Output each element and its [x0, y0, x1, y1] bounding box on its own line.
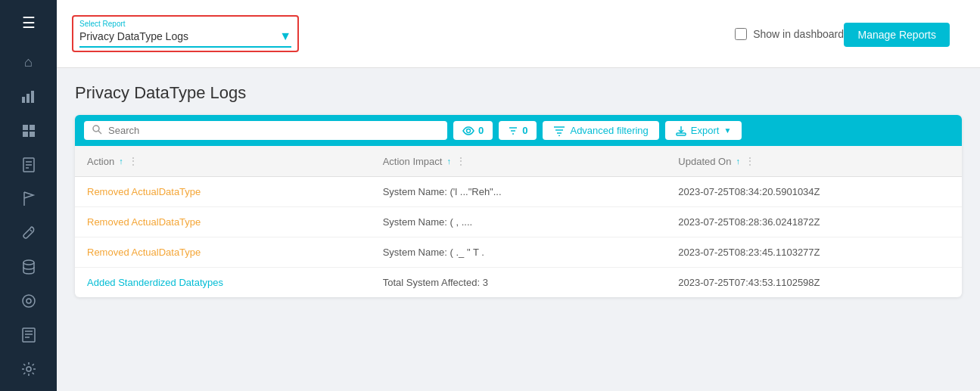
main-content: Select Report Privacy DataType Logs ▼ Sh…: [57, 0, 980, 391]
cell-updated: 2023-07-25T08:23:45.1103277Z: [666, 237, 962, 268]
report-icon[interactable]: [14, 320, 44, 349]
document-icon[interactable]: [14, 150, 44, 179]
eye-filter-button[interactable]: 0: [453, 121, 493, 140]
page-title: Privacy DataType Logs: [75, 83, 962, 103]
svg-rect-16: [23, 328, 35, 342]
cell-impact: System Name: ( ._ " T .: [371, 237, 667, 268]
wrench-icon[interactable]: [14, 218, 44, 247]
show-dashboard-label: Show in dashboard: [753, 28, 844, 40]
cell-action: Removed ActualDataType: [75, 207, 371, 237]
selected-report-value: Privacy DataType Logs: [79, 30, 188, 42]
database-icon[interactable]: [14, 252, 44, 281]
export-dropdown-arrow-icon: ▼: [723, 126, 731, 135]
svg-line-12: [30, 230, 32, 231]
svg-line-22: [98, 131, 101, 134]
cell-updated: 2023-07-25T08:34:20.5901034Z: [666, 177, 962, 207]
svg-point-23: [467, 129, 471, 132]
search-input[interactable]: [108, 125, 440, 136]
table-toolbar: 0 0 Advanced filtering Export ▼: [75, 115, 962, 146]
column-header-impact: Action Impact ↑ ⋮: [371, 146, 667, 177]
svg-rect-5: [23, 132, 28, 137]
show-dashboard-control: Show in dashboard: [735, 28, 844, 40]
sort-updated-icon[interactable]: ↑: [736, 157, 740, 166]
svg-rect-1: [26, 94, 30, 103]
col-menu-updated-icon[interactable]: ⋮: [745, 155, 755, 167]
manage-reports-button[interactable]: Manage Reports: [844, 23, 950, 47]
sort-impact-icon[interactable]: ↑: [446, 157, 451, 166]
grid-icon[interactable]: [14, 116, 44, 145]
help-icon[interactable]: [14, 286, 44, 315]
table-row: Removed ActualDataType System Name: ( ._…: [75, 237, 962, 268]
table-card: 0 0 Advanced filtering Export ▼: [75, 115, 962, 297]
svg-point-21: [93, 126, 99, 132]
topbar: Select Report Privacy DataType Logs ▼ Sh…: [57, 0, 980, 68]
cell-impact: Total System Affected: 3: [371, 268, 667, 298]
search-box[interactable]: [84, 121, 447, 140]
col-menu-action-icon[interactable]: ⋮: [128, 155, 138, 167]
show-dashboard-checkbox[interactable]: [735, 28, 747, 40]
report-select-dropdown[interactable]: Privacy DataType Logs ▼: [79, 29, 291, 48]
search-icon: [92, 124, 102, 137]
cell-updated: 2023-07-25T08:28:36.0241872Z: [666, 207, 962, 237]
cell-action: Removed ActualDataType: [75, 237, 371, 268]
svg-rect-32: [677, 133, 686, 135]
cell-updated: 2023-07-25T07:43:53.1102598Z: [666, 268, 962, 298]
action-link[interactable]: Removed ActualDataType: [87, 216, 201, 228]
data-table: Action ↑ ⋮ Action Impact ↑ ⋮: [75, 146, 962, 297]
svg-rect-3: [23, 125, 28, 130]
sidebar: ☰ ⌂: [0, 0, 57, 391]
column-filter-count: 0: [522, 125, 527, 136]
home-icon[interactable]: ⌂: [14, 48, 44, 77]
svg-rect-6: [30, 132, 35, 137]
dropdown-arrow-icon: ▼: [279, 29, 291, 43]
table-row: Removed ActualDataType System Name: ( , …: [75, 207, 962, 237]
flag-icon[interactable]: [14, 184, 44, 213]
page-content: Privacy DataType Logs 0 0: [57, 68, 980, 391]
cell-action: Removed ActualDataType: [75, 177, 371, 207]
action-link[interactable]: Removed ActualDataType: [87, 186, 201, 197]
settings-icon[interactable]: [14, 354, 44, 383]
svg-point-15: [26, 299, 31, 303]
report-select-wrapper: Select Report Privacy DataType Logs ▼: [72, 15, 299, 52]
svg-point-13: [23, 260, 34, 265]
column-updated-label: Updated On: [678, 156, 731, 167]
cell-impact: System Name: ( , ....: [371, 207, 667, 237]
column-impact-label: Action Impact: [383, 156, 443, 167]
column-filter-button[interactable]: 0: [499, 121, 537, 140]
svg-rect-4: [30, 125, 35, 130]
column-action-label: Action: [87, 156, 114, 167]
select-report-label: Select Report: [79, 20, 291, 28]
export-button[interactable]: Export ▼: [665, 121, 742, 140]
table-row: Removed ActualDataType System Name: ('l …: [75, 177, 962, 207]
svg-rect-2: [31, 91, 34, 103]
action-link[interactable]: Added Standerdized Datatypes: [87, 277, 223, 288]
col-menu-impact-icon[interactable]: ⋮: [456, 155, 466, 167]
column-header-action: Action ↑ ⋮: [75, 146, 371, 177]
chart-icon[interactable]: [14, 82, 44, 111]
action-link[interactable]: Removed ActualDataType: [87, 247, 201, 258]
column-header-updated: Updated On ↑ ⋮: [666, 146, 962, 177]
svg-point-20: [26, 367, 31, 371]
advanced-filtering-label: Advanced filtering: [570, 125, 648, 136]
svg-point-14: [23, 295, 35, 307]
advanced-filtering-button[interactable]: Advanced filtering: [543, 121, 658, 140]
export-label: Export: [691, 125, 720, 136]
sort-action-icon[interactable]: ↑: [119, 157, 123, 166]
svg-rect-0: [22, 97, 25, 103]
eye-filter-count: 0: [478, 125, 484, 136]
hamburger-icon[interactable]: ☰: [14, 8, 44, 37]
table-row: Added Standerdized Datatypes Total Syste…: [75, 268, 962, 298]
cell-impact: System Name: ('l ..."Reh"...: [371, 177, 667, 207]
cell-action: Added Standerdized Datatypes: [75, 268, 371, 298]
